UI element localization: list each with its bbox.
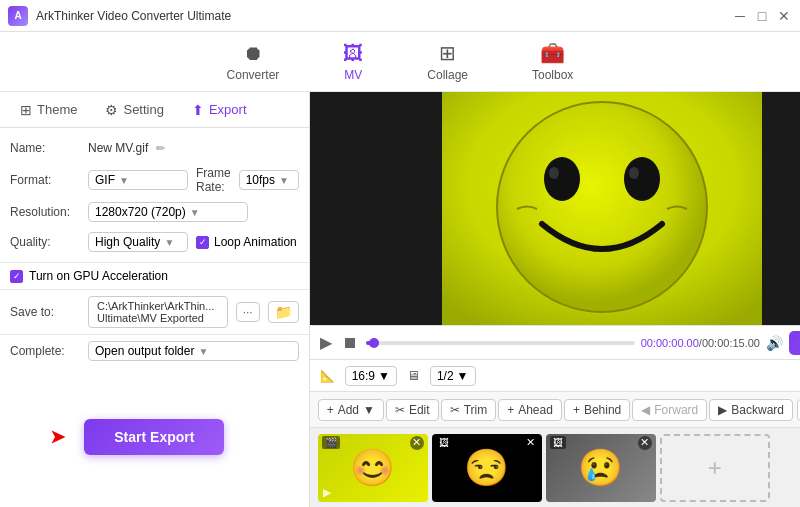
scale-chevron: ▼ bbox=[457, 369, 469, 383]
complete-value: Open output folder bbox=[95, 344, 194, 358]
name-label: Name: bbox=[10, 141, 80, 155]
save-folder-button[interactable]: 📁 bbox=[268, 301, 299, 323]
save-label: Save to: bbox=[10, 305, 80, 319]
framerate-label: Frame Rate: bbox=[196, 166, 231, 194]
close-button[interactable]: ✕ bbox=[776, 8, 792, 24]
maximize-button[interactable]: □ bbox=[754, 8, 770, 24]
add-button[interactable]: + Add ▼ bbox=[318, 399, 384, 421]
add-thumb-icon: + bbox=[708, 454, 722, 482]
save-path-dots-button[interactable]: ··· bbox=[236, 302, 260, 322]
nav-mv[interactable]: 🖼 MV bbox=[331, 36, 375, 88]
edit-icon: ✂ bbox=[395, 403, 405, 417]
red-arrow-button: ➤ bbox=[50, 426, 65, 448]
nav-converter[interactable]: ⏺ Converter bbox=[215, 36, 292, 88]
progress-dot bbox=[369, 338, 379, 348]
quality-value: High Quality bbox=[95, 235, 160, 249]
add-chevron: ▼ bbox=[363, 403, 375, 417]
resolution-chevron: ▼ bbox=[190, 207, 200, 218]
edit-name-icon[interactable]: ✏ bbox=[156, 142, 165, 155]
nav-toolbox-label: Toolbox bbox=[532, 68, 573, 82]
backward-button[interactable]: ▶ Backward bbox=[709, 399, 793, 421]
svg-point-2 bbox=[544, 157, 580, 201]
gpu-row: ✓ Turn on GPU Acceleration bbox=[0, 263, 309, 290]
tabs-bar: ⊞ Theme ⚙ Setting ⬆ Export ➤ bbox=[0, 92, 309, 128]
app-title: ArkThinker Video Converter Ultimate bbox=[36, 9, 732, 23]
theme-icon: ⊞ bbox=[20, 102, 32, 118]
name-row: Name: New MV.gif ✏ bbox=[10, 136, 299, 160]
thumb-2-close[interactable]: ✕ bbox=[524, 436, 538, 450]
ratio-icon: 📐 bbox=[320, 369, 335, 383]
tab-export[interactable]: ⬆ Export bbox=[180, 98, 259, 122]
complete-select[interactable]: Open output folder ▼ bbox=[88, 341, 299, 361]
format-value: GIF bbox=[95, 173, 115, 187]
loop-checkbox[interactable]: ✓ bbox=[196, 236, 209, 249]
resolution-value: 1280x720 (720p) bbox=[95, 205, 186, 219]
edit-label: Edit bbox=[409, 403, 430, 417]
thumb-1-play-icon[interactable]: ▶ bbox=[323, 486, 331, 499]
behind-icon: + bbox=[573, 403, 580, 417]
nav-collage[interactable]: ⊞ Collage bbox=[415, 35, 480, 88]
left-panel: ⊞ Theme ⚙ Setting ⬆ Export ➤ Name: New M… bbox=[0, 92, 310, 507]
resolution-select[interactable]: 1280x720 (720p) ▼ bbox=[88, 202, 248, 222]
trim-button[interactable]: ✂ Trim bbox=[441, 399, 497, 421]
app-logo: A bbox=[8, 6, 28, 26]
add-plus-icon: + bbox=[327, 403, 334, 417]
video-preview bbox=[310, 92, 800, 325]
scale-value: 1/2 bbox=[437, 369, 454, 383]
ratio-select[interactable]: 16:9 ▼ bbox=[345, 366, 397, 386]
start-export-left-button[interactable]: Start Export bbox=[84, 419, 224, 455]
loop-label: Loop Animation bbox=[214, 235, 297, 249]
backward-label: Backward bbox=[731, 403, 784, 417]
film-thumb-2[interactable]: 😒 ✕ 🖼 bbox=[432, 434, 542, 502]
volume-icon[interactable]: 🔊 bbox=[766, 335, 783, 351]
filmstrip: 😊 ✕ 🎬 ▶ 😒 ✕ 🖼 😢 ✕ 🖼 + bbox=[310, 427, 800, 507]
tab-setting[interactable]: ⚙ Setting bbox=[93, 98, 175, 122]
add-new-thumb[interactable]: + bbox=[660, 434, 770, 502]
nav-toolbox[interactable]: 🧰 Toolbox bbox=[520, 35, 585, 88]
play-button[interactable]: ▶ bbox=[318, 331, 334, 354]
time-display: 00:00:00.00/00:00:15.00 bbox=[641, 337, 760, 349]
progress-bar[interactable] bbox=[366, 341, 635, 345]
main-layout: ⊞ Theme ⚙ Setting ⬆ Export ➤ Name: New M… bbox=[0, 92, 800, 507]
tab-theme-label: Theme bbox=[37, 102, 77, 117]
format-row: Format: GIF ▼ Frame Rate: 10fps ▼ bbox=[10, 166, 299, 194]
stop-button[interactable]: ⏹ bbox=[340, 332, 360, 354]
gpu-checkbox[interactable]: ✓ bbox=[10, 270, 23, 283]
save-row: Save to: C:\ArkThinker\ArkThin... Ultima… bbox=[0, 290, 309, 335]
ahead-icon: + bbox=[507, 403, 514, 417]
quality-label: Quality: bbox=[10, 235, 80, 249]
film-thumb-1[interactable]: 😊 ✕ 🎬 ▶ bbox=[318, 434, 428, 502]
framerate-select[interactable]: 10fps ▼ bbox=[239, 170, 299, 190]
quality-select[interactable]: High Quality ▼ bbox=[88, 232, 188, 252]
forward-button[interactable]: ◀ Forward bbox=[632, 399, 707, 421]
ahead-button[interactable]: + Ahead bbox=[498, 399, 562, 421]
edit-button[interactable]: ✂ Edit bbox=[386, 399, 439, 421]
behind-button[interactable]: + Behind bbox=[564, 399, 630, 421]
complete-chevron: ▼ bbox=[198, 346, 208, 357]
tab-theme[interactable]: ⊞ Theme bbox=[8, 98, 89, 122]
top-navigation: ⏺ Converter 🖼 MV ⊞ Collage 🧰 Toolbox bbox=[0, 32, 800, 92]
start-export-right-button[interactable]: Start Export bbox=[789, 331, 800, 355]
ratio-chevron: ▼ bbox=[378, 369, 390, 383]
format-label: Format: bbox=[10, 173, 80, 187]
thumb-1-close[interactable]: ✕ bbox=[410, 436, 424, 450]
setting-icon: ⚙ bbox=[105, 102, 118, 118]
smiley-svg bbox=[442, 92, 762, 325]
loop-checkbox-row: ✓ Loop Animation bbox=[196, 235, 297, 249]
titlebar: A ArkThinker Video Converter Ultimate ─ … bbox=[0, 0, 800, 32]
mv-icon: 🖼 bbox=[343, 42, 363, 65]
format-chevron: ▼ bbox=[119, 175, 129, 186]
complete-label: Complete: bbox=[10, 344, 80, 358]
complete-row: Complete: Open output folder ▼ bbox=[0, 335, 309, 367]
nav-converter-label: Converter bbox=[227, 68, 280, 82]
format-select[interactable]: GIF ▼ bbox=[88, 170, 188, 190]
player-controls: ▶ ⏹ 00:00:00.00/00:00:15.00 🔊 Start Expo… bbox=[310, 325, 800, 359]
time-total: 00:00:15.00 bbox=[702, 337, 760, 349]
backward-icon: ▶ bbox=[718, 403, 727, 417]
minimize-button[interactable]: ─ bbox=[732, 8, 748, 24]
film-thumb-3[interactable]: 😢 ✕ 🖼 bbox=[546, 434, 656, 502]
ahead-label: Ahead bbox=[518, 403, 553, 417]
behind-label: Behind bbox=[584, 403, 621, 417]
scale-select[interactable]: 1/2 ▼ bbox=[430, 366, 476, 386]
thumb-3-close[interactable]: ✕ bbox=[638, 436, 652, 450]
